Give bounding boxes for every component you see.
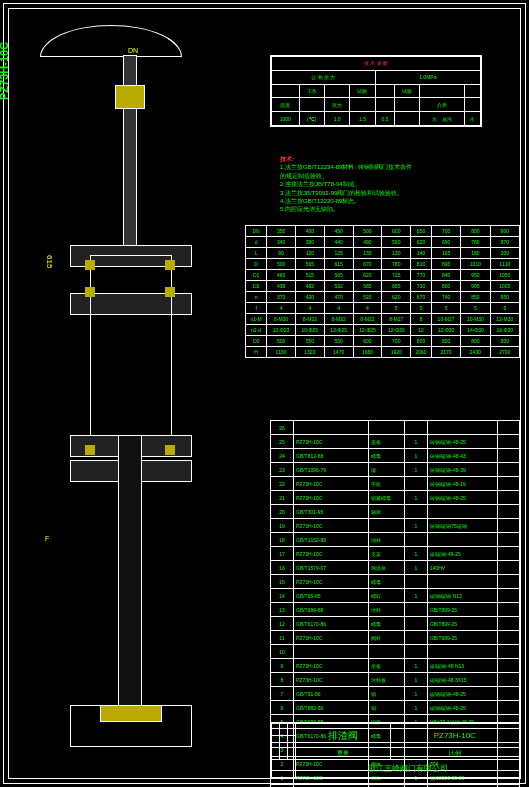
dim-cell: 470: [324, 292, 353, 303]
dim-cell: 800: [431, 336, 460, 347]
bom-cell: [498, 589, 520, 603]
bom-row: 11PZ73H-10C阀杆GB/T699-25: [271, 631, 520, 645]
spec-label: 公 称 压 力: [272, 70, 376, 84]
spec-cell: [395, 112, 420, 126]
bom-row: 12GB/T6170-86螺母GB/T899-25: [271, 617, 520, 631]
spec-cell: [375, 84, 394, 98]
dim-cell: 1010: [461, 259, 490, 270]
dim-cell: 5: [490, 303, 519, 314]
dim-cell: 670: [411, 292, 432, 303]
bom-cell: GB/T1579-07: [294, 561, 369, 575]
bom-cell: GB/T91-86: [294, 687, 369, 701]
valve-body-mid: [90, 255, 172, 437]
note-line: 1.法兰按GB/T12234-89材料: 铸钢制阀门技术条件: [280, 163, 500, 171]
note-line: 5.内腔应光洁无缺陷。: [280, 205, 500, 213]
dim-cell: 520: [353, 292, 382, 303]
bom-cell: PZ73H-10C: [294, 435, 369, 449]
bom-cell: 1: [404, 491, 427, 505]
bom-cell: PZ73H-10C: [294, 673, 369, 687]
dim-cell: 8-M20: [267, 314, 296, 325]
bom-cell: [369, 519, 405, 533]
bom-cell: 螺母: [369, 449, 405, 463]
bom-cell: [404, 533, 427, 547]
spec-table-content: 技 术 参 数 公 称 压 力1.0MPa 工作试验试验 温度压力介质 1000…: [271, 56, 481, 126]
dim-cell: 2170: [431, 347, 460, 358]
company-name: 浙江王峰阀门有限公司: [296, 760, 520, 778]
bom-cell: 15: [271, 575, 294, 589]
bom-cell: 24: [271, 449, 294, 463]
dim-cell: 440: [324, 237, 353, 248]
bom-cell: GB/T899-25: [427, 603, 498, 617]
dim-cell: 1320: [295, 347, 324, 358]
dim-cell: n2-d: [246, 325, 267, 336]
dim-cell: 905: [461, 281, 490, 292]
bom-row: 23GB/T1096-79键1铸钢/碳钢-48-39: [271, 463, 520, 477]
dim-cell: 1680: [353, 347, 382, 358]
bom-cell: 铸钢/碳钢-48-43: [427, 449, 498, 463]
dim-cell: 8-M22: [324, 314, 353, 325]
packing-gland: [115, 85, 145, 109]
bom-cell: 锁紧螺母: [369, 491, 405, 505]
bom-cell: PZ73H-10C: [294, 575, 369, 589]
dim-cell: 5: [461, 303, 490, 314]
bom-cell: 1: [404, 673, 427, 687]
dim-cell: 4: [295, 303, 324, 314]
bom-cell: [498, 491, 520, 505]
dim-cell: 340: [267, 237, 296, 248]
bom-cell: 填料板: [369, 673, 405, 687]
dim-cell: 10-Ф25: [295, 325, 324, 336]
bom-cell: PZ73H-10C: [294, 477, 369, 491]
dim-cell: 500: [267, 336, 296, 347]
title-block: 排渣阀PZ73H-10C 重量比例 浙江王峰阀门有限公司: [270, 722, 521, 779]
dim-cell: 870: [490, 237, 519, 248]
bom-cell: 铸钢/碳钢75碳钢: [427, 519, 498, 533]
bom-cell: [498, 421, 520, 435]
spec-cell: [350, 98, 375, 112]
bom-cell: 21: [271, 491, 294, 505]
bom-row: 16GB/T1579-07测温体1140HV: [271, 561, 520, 575]
dim-cell: D2: [246, 281, 267, 292]
dim-cell: 130: [382, 248, 411, 259]
dim-cell: 620: [382, 292, 411, 303]
spec-cell: [420, 84, 465, 98]
spec-cell: 水: [465, 112, 481, 126]
bom-cell: 螺母: [369, 617, 405, 631]
bom-cell: [498, 673, 520, 687]
bom-cell: 1: [404, 687, 427, 701]
bom-cell: 1: [404, 701, 427, 715]
valve-drawing: 615 DN F: [30, 25, 230, 755]
bom-cell: 压板: [369, 659, 405, 673]
bom-cell: 19: [271, 519, 294, 533]
bom-cell: [427, 505, 498, 519]
note-line: 2.连接法兰按JB/T78-94制造。: [280, 180, 500, 188]
bom-cell: [369, 645, 405, 659]
spec-cell: [465, 98, 481, 112]
bom-cell: 18: [271, 533, 294, 547]
bom-cell: 13: [271, 603, 294, 617]
bom-cell: [294, 645, 369, 659]
dimension-f: F: [45, 535, 49, 542]
dim-cell: 1470: [324, 347, 353, 358]
dim-cell: 90: [267, 248, 296, 259]
bolt-icon: [165, 287, 175, 297]
bom-cell: [498, 575, 520, 589]
dim-header: 900: [490, 226, 519, 237]
bom-cell: [427, 575, 498, 589]
bom-cell: 10: [271, 645, 294, 659]
bom-row: 22PZ73H-10C手轮铸钢/碳钢-48-19: [271, 477, 520, 491]
spec-cell: [299, 98, 324, 112]
dim-cell: H: [246, 347, 267, 358]
dim-cell: 2700: [490, 347, 519, 358]
dim-cell: 8-M22: [353, 314, 382, 325]
bom-cell: [427, 421, 498, 435]
bom-cell: 6: [271, 701, 294, 715]
dim-header: 400: [295, 226, 324, 237]
bolt-icon: [165, 260, 175, 270]
dim-cell: 140: [411, 248, 432, 259]
dim-cell: 850: [461, 292, 490, 303]
spec-value: 1.0MPa: [375, 70, 480, 84]
dim-cell: 685: [382, 281, 411, 292]
dim-cell: 1005: [490, 281, 519, 292]
bom-cell: PZ73H-10C: [294, 659, 369, 673]
bom-row: 13GB/T699-88填料GB/T899-25: [271, 603, 520, 617]
